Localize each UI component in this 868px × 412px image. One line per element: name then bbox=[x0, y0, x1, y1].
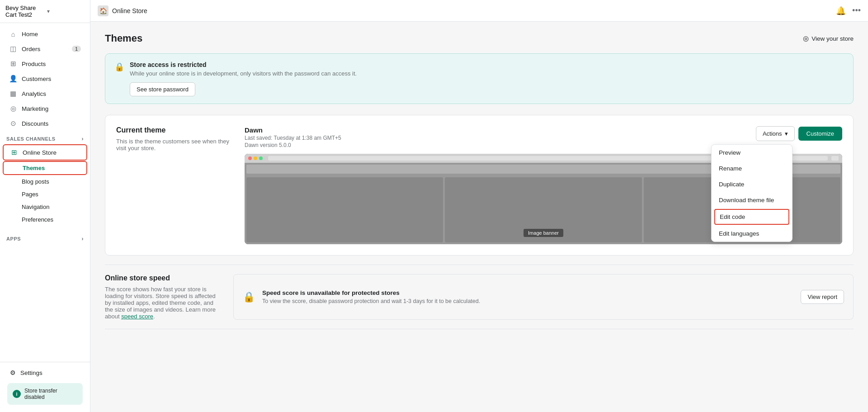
marketing-icon: ◎ bbox=[9, 104, 17, 113]
speed-info-left: Online store speed The score shows how f… bbox=[105, 274, 222, 320]
settings-icon: ⚙ bbox=[10, 369, 16, 376]
sidebar-item-products[interactable]: ⊞ Products bbox=[3, 57, 87, 71]
view-store-label: View your store bbox=[811, 35, 854, 42]
orders-icon: ◫ bbox=[9, 45, 17, 53]
view-report-button[interactable]: View report bbox=[801, 290, 844, 304]
sidebar-sub-item-preferences[interactable]: Preferences bbox=[3, 213, 87, 226]
sidebar-item-analytics[interactable]: ▦ Analytics bbox=[3, 86, 87, 101]
current-theme-title: Current theme bbox=[116, 126, 234, 134]
speed-desc: To view the score, disable password prot… bbox=[262, 298, 793, 304]
store-selector[interactable]: Bevy Share Cart Test2 ▾ bbox=[0, 0, 90, 23]
navigation-label: Navigation bbox=[22, 204, 49, 210]
home-icon: ⌂ bbox=[9, 30, 17, 38]
customize-button[interactable]: Customize bbox=[798, 127, 842, 141]
settings-label: Settings bbox=[20, 369, 42, 376]
sidebar-sub-item-pages[interactable]: Pages bbox=[3, 188, 87, 200]
sidebar-item-online-store[interactable]: ⊞ Online Store bbox=[3, 144, 87, 161]
speed-section-layout: Online store speed The score shows how f… bbox=[105, 274, 854, 320]
store-selector-chevron: ▾ bbox=[47, 8, 85, 14]
current-theme-layout: Current theme This is the theme customer… bbox=[116, 126, 842, 244]
sidebar-item-analytics-label: Analytics bbox=[22, 90, 46, 97]
sidebar-item-marketing[interactable]: ◎ Marketing bbox=[3, 101, 87, 116]
store-transfer-banner: i Store transfer disabled bbox=[7, 383, 83, 405]
sidebar-item-home-label: Home bbox=[22, 31, 38, 38]
view-store-link[interactable]: ◎ View your store bbox=[803, 34, 854, 43]
access-banner-desc: While your online store is in developmen… bbox=[130, 70, 844, 77]
speed-title: Speed score is unavailable for protected… bbox=[262, 289, 793, 296]
sidebar-item-home[interactable]: ⌂ Home bbox=[3, 27, 87, 41]
topbar: 🏠 Online Store 🔔 ••• bbox=[90, 0, 868, 22]
products-icon: ⊞ bbox=[9, 60, 17, 68]
theme-actions-group: Actions ▾ Preview Rename bbox=[756, 126, 842, 141]
online-store-icon: ⊞ bbox=[10, 148, 18, 156]
store-transfer-label: Store transfer disabled bbox=[24, 388, 77, 400]
sidebar-nav: ⌂ Home ◫ Orders 1 ⊞ Products 👤 Customers… bbox=[0, 23, 90, 362]
sidebar-item-products-label: Products bbox=[22, 61, 46, 67]
topbar-store-icon: 🏠 bbox=[98, 5, 108, 16]
eye-icon: ◎ bbox=[803, 34, 809, 43]
dropdown-item-edit-code[interactable]: Edit code bbox=[714, 209, 789, 225]
access-restricted-banner: 🔒 Store access is restricted While your … bbox=[105, 53, 854, 104]
sidebar-sub-item-blog-posts[interactable]: Blog posts bbox=[3, 175, 87, 188]
theme-preview-area: Dawn Last saved: Tuesday at 1:38 am GMT+… bbox=[245, 126, 842, 244]
lock-icon: 🔒 bbox=[114, 62, 124, 72]
blog-posts-label: Blog posts bbox=[22, 178, 49, 185]
pages-label: Pages bbox=[22, 191, 38, 198]
topbar-right: 🔔 ••• bbox=[836, 6, 861, 16]
theme-last-saved: Last saved: Tuesday at 1:38 am GMT+5 bbox=[245, 135, 341, 141]
themes-label: Themes bbox=[23, 165, 45, 171]
speed-lock-icon: 🔒 bbox=[243, 291, 255, 303]
access-banner-title: Store access is restricted bbox=[130, 61, 844, 68]
sidebar-item-orders-label: Orders bbox=[22, 46, 40, 52]
sidebar-item-customers[interactable]: 👤 Customers bbox=[3, 71, 87, 86]
speed-text-block: Speed score is unavailable for protected… bbox=[262, 289, 793, 304]
more-icon[interactable]: ••• bbox=[852, 6, 861, 15]
see-store-password-button[interactable]: See store password bbox=[130, 82, 195, 96]
theme-name-block: Dawn Last saved: Tuesday at 1:38 am GMT+… bbox=[245, 126, 341, 148]
sidebar-item-orders[interactable]: ◫ Orders 1 bbox=[3, 42, 87, 56]
theme-name: Dawn bbox=[245, 126, 341, 134]
sales-channels-arrow[interactable]: › bbox=[81, 136, 84, 142]
main-content: Themes ◎ View your store 🔒 Store access … bbox=[90, 22, 868, 412]
dropdown-item-edit-languages[interactable]: Edit languages bbox=[712, 226, 792, 242]
speed-section: Online store speed The score shows how f… bbox=[105, 274, 854, 320]
settings-item[interactable]: ⚙ Settings bbox=[4, 366, 86, 379]
theme-header: Dawn Last saved: Tuesday at 1:38 am GMT+… bbox=[245, 126, 842, 148]
dropdown-item-duplicate[interactable]: Duplicate bbox=[712, 176, 792, 192]
page-header: Themes ◎ View your store bbox=[105, 33, 854, 44]
store-transfer-info-icon: i bbox=[13, 390, 21, 398]
speed-right-panel: 🔒 Speed score is unavailable for protect… bbox=[233, 274, 854, 320]
topbar-title: Online Store bbox=[112, 7, 147, 14]
access-banner-content: Store access is restricted While your on… bbox=[130, 61, 844, 96]
online-store-label: Online Store bbox=[23, 149, 57, 156]
store-name: Bevy Share Cart Test2 bbox=[5, 5, 43, 18]
bell-icon[interactable]: 🔔 bbox=[836, 6, 846, 16]
section-divider-2 bbox=[105, 329, 854, 329]
discounts-icon: ⊙ bbox=[9, 119, 17, 128]
sidebar-item-discounts[interactable]: ⊙ Discounts bbox=[3, 116, 87, 131]
sidebar-sub-item-themes[interactable]: Themes bbox=[3, 161, 87, 175]
apps-arrow[interactable]: › bbox=[81, 236, 84, 242]
image-banner-label: Image banner bbox=[524, 229, 563, 237]
analytics-icon: ▦ bbox=[9, 90, 17, 98]
speed-section-desc: The score shows how fast your store is l… bbox=[105, 286, 222, 320]
dropdown-item-rename[interactable]: Rename bbox=[712, 161, 792, 176]
sidebar-sub-item-navigation[interactable]: Navigation bbox=[3, 201, 87, 213]
sidebar-item-marketing-label: Marketing bbox=[22, 105, 48, 112]
actions-chevron-icon: ▾ bbox=[785, 130, 788, 137]
actions-button[interactable]: Actions ▾ bbox=[756, 126, 795, 141]
apps-section-label: Apps › bbox=[0, 231, 90, 244]
speed-section-title: Online store speed bbox=[105, 274, 222, 282]
dropdown-item-preview[interactable]: Preview bbox=[712, 145, 792, 161]
dropdown-item-download[interactable]: Download theme file bbox=[712, 192, 792, 208]
theme-version: Dawn version 5.0.0 bbox=[245, 142, 341, 148]
section-divider-1 bbox=[105, 265, 854, 265]
sales-channels-label: Sales channels › bbox=[0, 131, 90, 144]
page-title: Themes bbox=[105, 33, 142, 44]
theme-info-left: Current theme This is the theme customer… bbox=[116, 126, 234, 244]
actions-label: Actions bbox=[763, 130, 782, 137]
sidebar-bottom: ⚙ Settings i Store transfer disabled bbox=[0, 362, 90, 412]
sidebar: Bevy Share Cart Test2 ▾ ⌂ Home ◫ Orders … bbox=[0, 0, 90, 412]
orders-badge: 1 bbox=[72, 46, 81, 52]
speed-score-link[interactable]: speed score bbox=[121, 313, 153, 320]
